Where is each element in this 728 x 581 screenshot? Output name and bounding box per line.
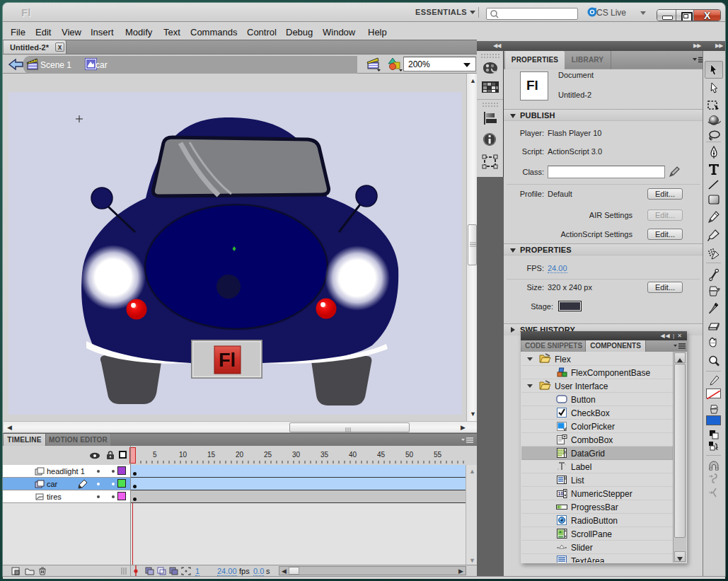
svg-text:Fl: Fl <box>219 350 236 371</box>
svg-text:10: 10 <box>558 491 564 496</box>
